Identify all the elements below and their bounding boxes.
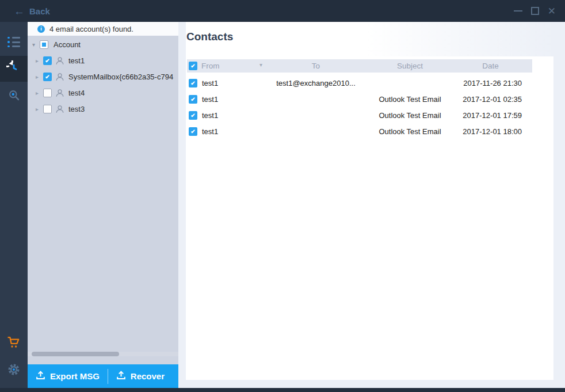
- cell-from: test1: [202, 79, 218, 87]
- tree-root-label: Account: [54, 40, 81, 49]
- table-body: test1 test1@exchange2010... 2017-11-26 2…: [187, 75, 532, 139]
- tree-item[interactable]: ▸ test4: [28, 85, 178, 101]
- row-checkbox[interactable]: [189, 127, 197, 136]
- user-icon: [55, 73, 64, 81]
- action-bar: Export MSG Recover: [28, 364, 178, 388]
- gear-icon: [7, 363, 21, 379]
- list-icon: [7, 37, 20, 48]
- row-checkbox[interactable]: [189, 95, 197, 104]
- tree-items: ▸ test1 ▸ SystemMailbox{c66b2a35-c794 ▸: [28, 52, 178, 117]
- root-checkbox[interactable]: [40, 40, 48, 49]
- tree-item[interactable]: ▸ test1: [28, 52, 178, 68]
- sort-arrow-icon[interactable]: ▾: [259, 62, 262, 68]
- tree-item-checkbox[interactable]: [43, 73, 52, 81]
- cell-from: test1: [202, 111, 218, 120]
- contacts-card: Contacts From ▾ To Subject Date test1 te…: [186, 22, 553, 380]
- table-header: From ▾ To Subject Date: [187, 59, 532, 73]
- select-all-checkbox[interactable]: [189, 62, 197, 70]
- upload-icon: [116, 371, 126, 382]
- user-icon: [55, 105, 64, 113]
- tree-item-label: test3: [68, 105, 85, 113]
- shopping-cart-icon: [7, 336, 21, 351]
- sidebar-item-recover[interactable]: [0, 56, 28, 82]
- titlebar: ← Back ✕: [0, 0, 565, 22]
- chevron-right-icon[interactable]: ▸: [36, 106, 43, 112]
- export-msg-label: Export MSG: [50, 371, 100, 381]
- sidebar-item-buy[interactable]: [0, 330, 28, 357]
- close-button[interactable]: ✕: [548, 6, 556, 16]
- sidebar-item-list[interactable]: [0, 29, 28, 55]
- column-date[interactable]: Date: [449, 62, 532, 70]
- recover-label: Recover: [131, 371, 165, 381]
- back-arrow-icon: ←: [14, 6, 25, 17]
- icon-sidebar: [0, 22, 28, 388]
- column-to[interactable]: To: [261, 62, 371, 70]
- cell-subject: Outlook Test Email: [371, 111, 449, 120]
- back-button[interactable]: ← Back: [14, 6, 50, 17]
- search-icon: [8, 89, 20, 104]
- tree-item-label: test4: [68, 89, 85, 97]
- tree-item-checkbox[interactable]: [43, 56, 52, 65]
- page-title: Contacts: [186, 31, 553, 43]
- cell-date: 2017-12-01 17:59: [449, 111, 532, 120]
- cell-from: test1: [202, 95, 218, 104]
- cell-date: 2017-11-26 21:30: [449, 79, 532, 87]
- chevron-right-icon[interactable]: ▸: [36, 90, 43, 96]
- table-row[interactable]: test1 Outlook Test Email 2017-12-01 17:5…: [187, 107, 532, 123]
- cell-subject: Outlook Test Email: [371, 95, 449, 104]
- chevron-right-icon[interactable]: ▸: [36, 58, 43, 64]
- tree-root-account[interactable]: ▾ Account: [28, 36, 178, 52]
- horizontal-scrollbar[interactable]: [28, 352, 178, 356]
- sidebar-item-search[interactable]: [0, 83, 28, 109]
- app-window: ← Back ✕: [0, 0, 565, 392]
- tree-item-checkbox[interactable]: [43, 105, 52, 113]
- tree-item[interactable]: ▸ SystemMailbox{c66b2a35-c794: [28, 68, 178, 85]
- tree-item-checkbox[interactable]: [43, 89, 52, 97]
- main-content: Contacts From ▾ To Subject Date test1 te…: [178, 22, 565, 388]
- maximize-button[interactable]: [531, 7, 539, 15]
- status-bar: i 4 email account(s) found.: [28, 22, 178, 36]
- cell-date: 2017-12-01 18:00: [449, 127, 532, 136]
- export-msg-button[interactable]: Export MSG: [28, 364, 108, 388]
- cell-subject: Outlook Test Email: [371, 127, 449, 136]
- status-message: 4 email account(s) found.: [49, 25, 133, 33]
- tree-item-label: test1: [68, 56, 85, 65]
- chevron-down-icon[interactable]: ▾: [32, 41, 40, 48]
- accounts-panel: i 4 email account(s) found. ▾ Account ▸ …: [28, 22, 178, 388]
- tree-item-label: SystemMailbox{c66b2a35-c794: [68, 73, 173, 81]
- recover-button[interactable]: Recover: [108, 364, 173, 388]
- minimize-button[interactable]: [514, 10, 522, 12]
- upload-icon: [36, 371, 45, 382]
- sidebar-item-settings[interactable]: [0, 357, 28, 384]
- cell-date: 2017-12-01 02:35: [449, 95, 532, 104]
- info-icon: i: [37, 25, 45, 33]
- column-subject[interactable]: Subject: [371, 62, 449, 70]
- user-icon: [55, 56, 64, 65]
- restore-clock-icon: [6, 60, 21, 78]
- window-controls: ✕: [514, 6, 556, 16]
- chevron-right-icon[interactable]: ▸: [36, 74, 43, 80]
- table-row[interactable]: test1 test1@exchange2010... 2017-11-26 2…: [187, 75, 532, 91]
- column-from[interactable]: From: [201, 62, 220, 70]
- table-row[interactable]: test1 Outlook Test Email 2017-12-01 18:0…: [187, 123, 532, 139]
- tree-item[interactable]: ▸ test3: [28, 101, 178, 117]
- table-row[interactable]: test1 Outlook Test Email 2017-12-01 02:3…: [187, 91, 532, 107]
- row-checkbox[interactable]: [189, 79, 197, 87]
- cell-from: test1: [202, 127, 218, 136]
- scrollbar-thumb[interactable]: [32, 352, 119, 356]
- back-label: Back: [29, 6, 50, 16]
- window-bottom-edge: [0, 388, 565, 392]
- cell-to: test1@exchange2010...: [261, 79, 371, 87]
- user-icon: [55, 89, 64, 97]
- account-tree: ▾ Account ▸ test1 ▸ SystemMailbox{c66b2a…: [28, 36, 178, 117]
- row-checkbox[interactable]: [189, 111, 197, 120]
